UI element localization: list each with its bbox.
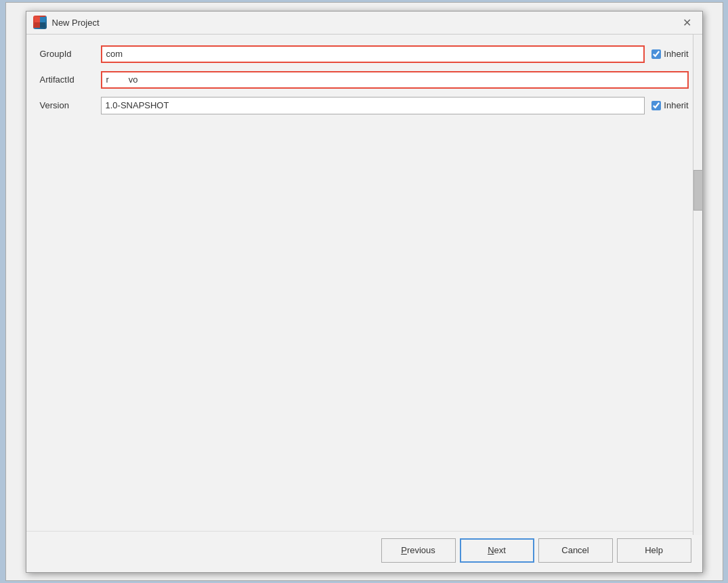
- next-label: Next: [488, 545, 506, 555]
- version-inherit-checkbox[interactable]: [651, 101, 661, 110]
- help-label: Help: [645, 545, 663, 555]
- svg-rect-0: [35, 17, 40, 22]
- next-button[interactable]: Next: [460, 538, 534, 563]
- new-project-dialog: New Project ✕ GroupId Inherit ArtifactId: [26, 11, 703, 573]
- artifactid-input[interactable]: [101, 71, 689, 89]
- close-button[interactable]: ✕: [679, 14, 695, 30]
- version-input[interactable]: [101, 97, 645, 114]
- svg-rect-1: [40, 17, 45, 22]
- dialog-wrapper: New Project ✕ GroupId Inherit ArtifactId: [5, 2, 723, 581]
- version-row: Version Inherit: [40, 97, 689, 114]
- cancel-button[interactable]: Cancel: [538, 538, 613, 563]
- scrollbar-track: [693, 35, 702, 535]
- svg-rect-2: [35, 22, 40, 28]
- groupid-inherit-label: Inherit: [664, 49, 688, 59]
- dialog-title: New Project: [52, 18, 100, 28]
- scrollbar-thumb[interactable]: [693, 170, 703, 211]
- button-bar: Previous Next Cancel Help: [26, 531, 702, 572]
- version-inherit-label: Inherit: [664, 100, 688, 110]
- groupid-input[interactable]: [101, 45, 645, 63]
- previous-label: Previous: [401, 545, 435, 555]
- groupid-row: GroupId Inherit: [40, 45, 689, 63]
- title-bar-left: New Project: [33, 16, 100, 29]
- previous-button[interactable]: Previous: [381, 538, 456, 563]
- version-inherit-container: Inherit: [651, 100, 688, 110]
- svg-rect-3: [40, 22, 45, 28]
- version-label: Version: [40, 100, 94, 110]
- help-button[interactable]: Help: [617, 538, 691, 563]
- artifactid-row: ArtifactId: [40, 71, 689, 89]
- content-spacer: [40, 123, 689, 520]
- artifactid-label: ArtifactId: [40, 74, 94, 85]
- groupid-inherit-checkbox[interactable]: [651, 49, 661, 59]
- groupid-label: GroupId: [40, 49, 94, 59]
- dialog-content: GroupId Inherit ArtifactId Version Inher…: [26, 35, 702, 531]
- cancel-label: Cancel: [561, 545, 588, 555]
- groupid-inherit-container: Inherit: [651, 49, 688, 59]
- app-icon: [33, 16, 47, 29]
- title-bar: New Project ✕: [26, 12, 702, 35]
